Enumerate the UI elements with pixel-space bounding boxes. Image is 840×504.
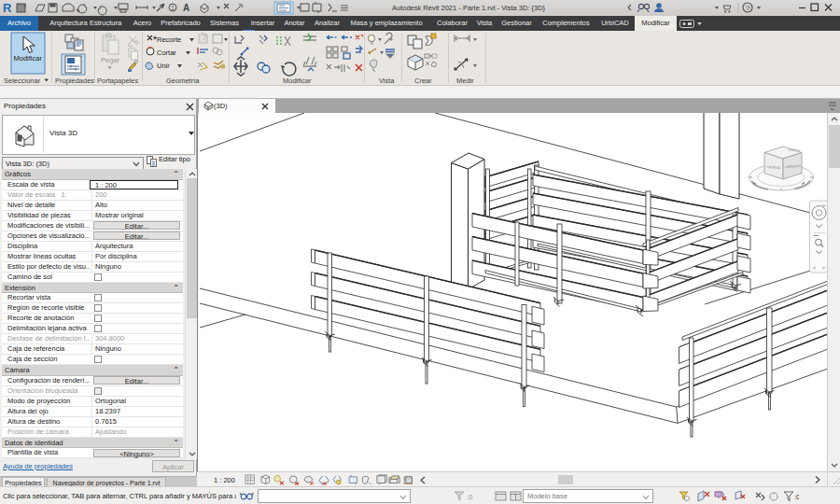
svg-text:R: R	[3, 1, 12, 15]
svg-text:Recorte: Recorte	[157, 35, 181, 44]
svg-text:Modificar: Modificar	[283, 77, 312, 85]
svg-text:?: ?	[746, 4, 750, 12]
svg-text::0: :0	[467, 493, 472, 501]
svg-text:Geometría: Geometría	[166, 77, 200, 85]
svg-text:A: A	[183, 3, 189, 13]
svg-text::0: :0	[794, 493, 799, 501]
svg-text:Seleccionar: Seleccionar	[4, 77, 41, 85]
svg-text:Portapapeles: Portapapeles	[97, 77, 138, 85]
svg-text:Vista: Vista	[379, 77, 395, 85]
svg-text:Crear: Crear	[414, 77, 432, 85]
svg-text:Propiedades: Propiedades	[55, 77, 94, 85]
svg-text:Pegar: Pegar	[101, 56, 120, 64]
svg-text:Medir: Medir	[456, 77, 474, 85]
svg-text:Cortar: Cortar	[157, 49, 176, 57]
svg-text:Modificar: Modificar	[14, 54, 43, 63]
svg-text:Unir: Unir	[157, 62, 170, 70]
svg-text:1: 1	[171, 5, 175, 11]
